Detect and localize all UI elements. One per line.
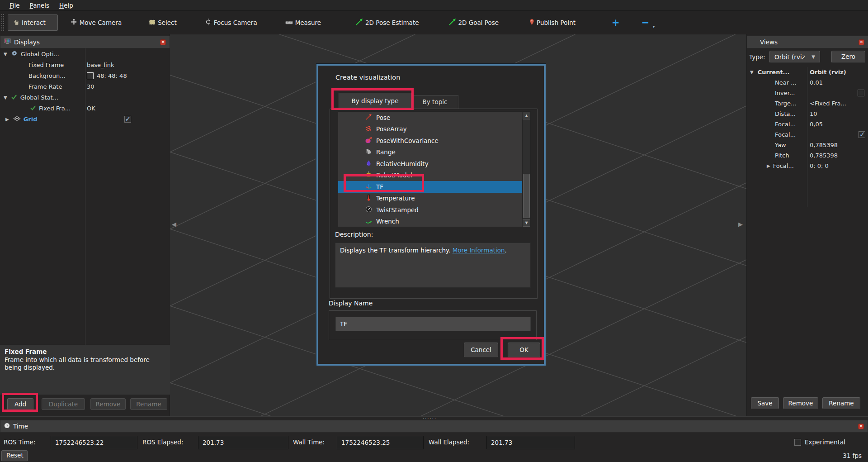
list-item-temperature[interactable]: Temperature [338,193,523,205]
tree-row-value[interactable]: 48; 48; 48 [97,72,127,79]
view-row-distance[interactable]: Dista... 10 [747,109,868,119]
view-row-pitch[interactable]: Pitch 0,785398 [747,150,868,161]
invert-z-checkbox[interactable] [858,90,864,96]
scroll-down-icon[interactable]: ▼ [523,219,530,227]
view-row-current[interactable]: ▼ Current... Orbit (rviz) [747,67,868,77]
list-item-pose[interactable]: Pose [338,112,523,124]
tree-row-global-options[interactable]: ▼ Global Opti... [0,48,170,59]
remove-tool-button[interactable]: −▾ [637,17,654,28]
add-display-button[interactable]: Add [7,398,33,410]
tree-row-background-color[interactable]: Backgroun... 48; 48; 48 [0,70,170,81]
tool-interact[interactable]: Interact [8,14,58,31]
collapse-right-panel-arrow[interactable]: ▶ [738,221,743,228]
view-row-focal-shape-fixed[interactable]: Focal... [747,129,868,140]
wall-elapsed-field[interactable]: 201.73 [486,436,575,449]
zero-button[interactable]: Zero [831,51,865,63]
list-item-twiststamped[interactable]: TwistStamped [338,204,523,216]
rename-view-button[interactable]: Rename [822,397,860,409]
tab-by-topic[interactable]: By topic [411,95,458,109]
view-row-focal-point[interactable]: ▶ Focal... 0; 0; 0 [747,161,868,171]
list-item-tf[interactable]: TF [338,181,523,193]
reset-button[interactable]: Reset [1,450,28,462]
view-row-value[interactable]: 0,785398 [810,152,838,159]
add-tool-button[interactable]: + [607,17,624,28]
tool-2d-goal-pose[interactable]: 2D Goal Pose [444,14,504,31]
menu-help[interactable]: Help [55,0,77,10]
view-row-value[interactable]: 0; 0; 0 [810,162,829,169]
ok-button[interactable]: OK [508,343,540,357]
experimental-checkbox[interactable] [794,439,801,446]
displays-panel: Displays ✕ ▼ Global Opti... Fixed Frame … [0,34,170,416]
list-scrollbar[interactable]: ▲ ▼ [522,112,530,227]
check-ok-icon [11,94,17,101]
list-item-wrench[interactable]: Wrench [338,216,523,228]
ros-elapsed-field[interactable]: 201.73 [198,436,288,449]
more-information-link[interactable]: More Information [453,247,505,254]
list-item-posearray[interactable]: PoseArray [338,124,523,135]
save-view-button[interactable]: Save [751,397,779,409]
tool-focus-camera[interactable]: Focus Camera [200,14,262,31]
remove-display-button[interactable]: Remove [90,398,126,410]
display-name-input[interactable] [335,317,531,331]
collapse-left-panel-arrow[interactable]: ◀ [172,221,176,228]
grid-enabled-checkbox[interactable] [124,116,131,123]
view-type-dropdown[interactable]: Orbit (rviz ▼ [769,51,820,63]
list-item-range[interactable]: Range [338,147,523,158]
menu-file[interactable]: File [5,0,24,10]
expand-arrow-icon[interactable]: ▶ [5,117,9,122]
toolbar-drag-handle[interactable] [1,14,4,31]
view-row-value[interactable]: <Fixed Fra... [810,100,846,107]
list-item-robotmodel[interactable]: RobotModel [338,170,523,181]
scroll-up-icon[interactable]: ▲ [523,112,530,119]
view-row-value[interactable]: 0,785398 [810,142,838,148]
remove-view-button[interactable]: Remove [783,397,818,409]
wall-time-field[interactable]: 1752246523.25 [337,436,424,449]
tool-publish-point[interactable]: Publish Point [525,14,580,31]
tree-row-value[interactable]: base_link [87,62,114,68]
tool-move-camera[interactable]: Move Camera [66,14,126,31]
tool-measure[interactable]: Measure [281,15,326,30]
view-row-label: Current... [758,69,790,76]
view-row-yaw[interactable]: Yaw 0,785398 [747,140,868,150]
focal-shape-checkbox[interactable] [859,131,865,138]
view-row-focal-shape-size[interactable]: Focal... 0,05 [747,119,868,129]
view-row-value[interactable]: 0,01 [810,79,823,86]
expand-arrow-icon[interactable]: ▶ [767,163,770,168]
view-row-value[interactable]: 10 [810,110,817,117]
tree-row-global-status[interactable]: ▼ Global Stat... [0,92,170,103]
list-item-posewithcovariance[interactable]: PoseWithCovariance [338,135,523,147]
color-swatch[interactable] [87,72,94,79]
tool-2d-pose-estimate[interactable]: 2D Pose Estimate [351,14,423,31]
time-panel-header[interactable]: Time ✕ [0,420,868,433]
view-row-near-clip[interactable]: Near ... 0,01 [747,77,868,88]
close-icon[interactable]: ✕ [160,39,166,45]
rename-display-button[interactable]: Rename [130,398,167,410]
list-item-relativehumidity[interactable]: RelativeHumidity [338,158,523,170]
close-icon[interactable]: ✕ [859,39,864,45]
tree-row-frame-rate[interactable]: Frame Rate 30 [0,81,170,92]
view-row-target-frame[interactable]: Targe... <Fixed Fra... [747,98,868,109]
expand-arrow-icon[interactable]: ▼ [4,95,7,100]
view-row-value[interactable]: 0,05 [810,121,823,128]
displays-panel-header[interactable]: Displays ✕ [0,36,170,48]
scrollbar-thumb[interactable] [523,174,530,218]
ros-time-field[interactable]: 1752246523.22 [51,436,137,449]
expand-arrow-icon[interactable]: ▼ [750,70,754,75]
views-panel-header[interactable]: Views ✕ [747,36,868,48]
expand-arrow-icon[interactable]: ▼ [4,52,7,57]
close-icon[interactable]: ✕ [858,424,864,429]
view-row-invert-z[interactable]: Inver... [747,88,868,98]
display-type-list[interactable]: Pose PoseArray PoseWithCovariance Range … [338,111,531,227]
time-panel-title: Time [13,423,28,430]
tree-row-grid[interactable]: ▶ Grid [0,114,170,124]
tab-by-display-type[interactable]: By display type [339,93,411,109]
menu-panels[interactable]: Panels [26,0,53,10]
duplicate-display-button[interactable]: Duplicate [42,398,85,410]
tool-label: Interact [22,19,46,26]
tree-row-value[interactable]: 30 [87,83,94,90]
tree-row-fixed-frame[interactable]: Fixed Frame base_link [0,59,170,70]
tree-row-fixed-frame-status[interactable]: Fixed Fra... OK [0,103,170,114]
cancel-button[interactable]: Cancel [464,343,498,357]
tool-select[interactable]: Select [144,15,181,31]
tool-label: Move Camera [80,19,122,26]
